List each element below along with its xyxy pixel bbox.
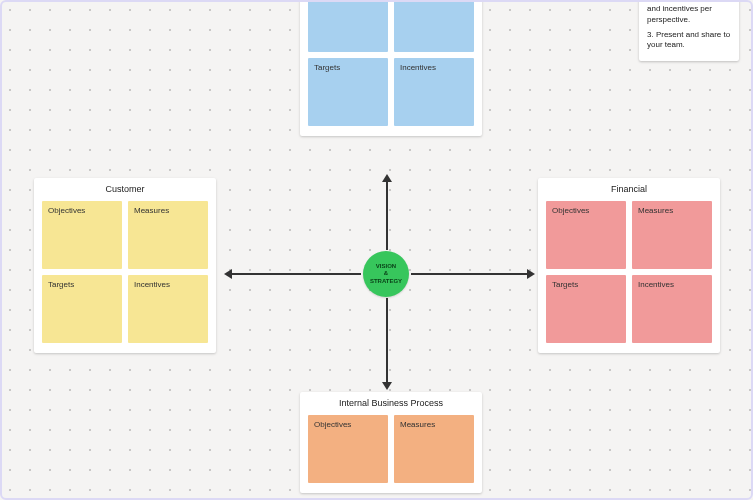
card-internal-process-title: Internal Business Process	[308, 398, 474, 409]
customer-incentives-cell[interactable]: Incentives	[128, 275, 208, 343]
top-objectives-cell[interactable]: Objectives	[308, 0, 388, 52]
top-targets-cell[interactable]: Targets	[308, 58, 388, 126]
internal-objectives-cell[interactable]: Objectives	[308, 415, 388, 483]
card-customer-title: Customer	[42, 184, 208, 195]
customer-measures-cell[interactable]: Measures	[128, 201, 208, 269]
financial-objectives-cell[interactable]: Objectives	[546, 201, 626, 269]
top-measures-cell[interactable]: Measures	[394, 0, 474, 52]
arrow-head-up	[382, 174, 392, 182]
card-customer[interactable]: Customer Objectives Measures Targets Inc…	[34, 178, 216, 353]
instructions-note[interactable]: and incentives per perspective. 3. Prese…	[639, 0, 739, 61]
arrow-line-left	[231, 273, 361, 275]
arrow-line-up	[386, 180, 388, 250]
instructions-line-2: 3. Present and share to your team.	[647, 30, 731, 52]
financial-measures-cell[interactable]: Measures	[632, 201, 712, 269]
customer-targets-cell[interactable]: Targets	[42, 275, 122, 343]
card-top[interactable]: Learning & Growth Objectives Measures Ta…	[300, 0, 482, 136]
arrow-head-right	[527, 269, 535, 279]
arrow-head-left	[224, 269, 232, 279]
financial-incentives-cell[interactable]: Incentives	[632, 275, 712, 343]
card-financial[interactable]: Financial Objectives Measures Targets In…	[538, 178, 720, 353]
financial-targets-cell[interactable]: Targets	[546, 275, 626, 343]
customer-objectives-cell[interactable]: Objectives	[42, 201, 122, 269]
center-vision-strategy[interactable]: VISION & STRATEGY	[363, 251, 409, 297]
internal-measures-cell[interactable]: Measures	[394, 415, 474, 483]
instructions-line-1: and incentives per perspective.	[647, 4, 731, 26]
balanced-scorecard-canvas[interactable]: VISION & STRATEGY Learning & Growth Obje…	[2, 2, 751, 498]
arrow-head-down	[382, 382, 392, 390]
arrow-line-down	[386, 298, 388, 384]
card-financial-title: Financial	[546, 184, 712, 195]
top-incentives-cell[interactable]: Incentives	[394, 58, 474, 126]
card-internal-process[interactable]: Internal Business Process Objectives Mea…	[300, 392, 482, 493]
arrow-line-right	[411, 273, 529, 275]
